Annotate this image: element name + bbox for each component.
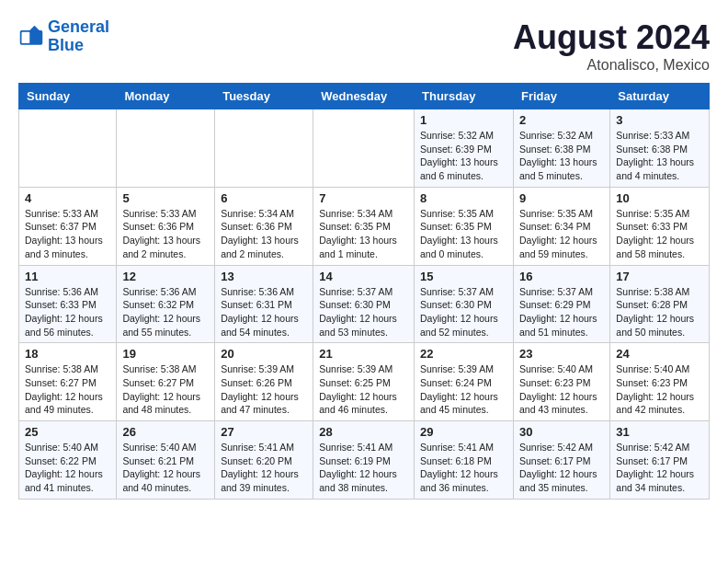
location: Atonalisco, Mexico — [513, 57, 710, 74]
calendar-cell: 26Sunrise: 5:40 AM Sunset: 6:21 PM Dayli… — [117, 421, 215, 500]
calendar-cell: 21Sunrise: 5:39 AM Sunset: 6:25 PM Dayli… — [313, 343, 415, 421]
day-info: Sunrise: 5:39 AM Sunset: 6:26 PM Dayligh… — [221, 362, 307, 417]
calendar-cell: 3Sunrise: 5:33 AM Sunset: 6:38 PM Daylig… — [610, 109, 710, 188]
day-number: 11 — [25, 270, 110, 283]
day-info: Sunrise: 5:35 AM Sunset: 6:35 PM Dayligh… — [420, 207, 507, 261]
day-info: Sunrise: 5:38 AM Sunset: 6:27 PM Dayligh… — [25, 362, 110, 417]
day-number: 31 — [616, 425, 703, 439]
day-number: 2 — [519, 113, 604, 127]
day-number: 16 — [519, 270, 604, 283]
calendar-cell: 27Sunrise: 5:41 AM Sunset: 6:20 PM Dayli… — [215, 421, 313, 500]
day-info: Sunrise: 5:36 AM Sunset: 6:32 PM Dayligh… — [122, 285, 209, 339]
calendar-cell: 16Sunrise: 5:37 AM Sunset: 6:29 PM Dayli… — [513, 265, 609, 343]
day-number: 15 — [420, 270, 507, 283]
calendar-cell — [215, 109, 313, 188]
logo: General Blue — [18, 18, 109, 55]
logo-line1: General — [48, 17, 109, 36]
page-header: General Blue August 2024 Atonalisco, Mex… — [18, 18, 710, 74]
day-info: Sunrise: 5:33 AM Sunset: 6:38 PM Dayligh… — [616, 129, 703, 183]
calendar-cell: 31Sunrise: 5:42 AM Sunset: 6:17 PM Dayli… — [610, 421, 710, 500]
calendar-cell: 13Sunrise: 5:36 AM Sunset: 6:31 PM Dayli… — [215, 265, 313, 343]
day-info: Sunrise: 5:32 AM Sunset: 6:39 PM Dayligh… — [420, 129, 507, 183]
day-header-thursday: Thursday — [415, 84, 514, 109]
calendar-cell: 4Sunrise: 5:33 AM Sunset: 6:37 PM Daylig… — [19, 187, 117, 265]
day-info: Sunrise: 5:37 AM Sunset: 6:30 PM Dayligh… — [420, 285, 507, 339]
calendar-cell: 5Sunrise: 5:33 AM Sunset: 6:36 PM Daylig… — [117, 187, 215, 265]
day-info: Sunrise: 5:33 AM Sunset: 6:36 PM Dayligh… — [122, 207, 209, 261]
day-info: Sunrise: 5:36 AM Sunset: 6:33 PM Dayligh… — [25, 285, 110, 339]
day-info: Sunrise: 5:42 AM Sunset: 6:17 PM Dayligh… — [616, 441, 703, 495]
day-number: 25 — [25, 425, 110, 439]
week-row-1: 1Sunrise: 5:32 AM Sunset: 6:39 PM Daylig… — [19, 109, 710, 188]
day-info: Sunrise: 5:41 AM Sunset: 6:18 PM Dayligh… — [420, 441, 507, 495]
day-info: Sunrise: 5:41 AM Sunset: 6:20 PM Dayligh… — [221, 441, 307, 495]
day-number: 3 — [616, 113, 703, 127]
day-number: 4 — [25, 191, 110, 205]
day-info: Sunrise: 5:40 AM Sunset: 6:21 PM Dayligh… — [122, 441, 209, 495]
day-info: Sunrise: 5:40 AM Sunset: 6:23 PM Dayligh… — [616, 362, 703, 417]
day-info: Sunrise: 5:32 AM Sunset: 6:38 PM Dayligh… — [519, 129, 604, 183]
calendar-cell — [313, 109, 415, 188]
day-info: Sunrise: 5:34 AM Sunset: 6:36 PM Dayligh… — [221, 207, 307, 261]
calendar-cell: 7Sunrise: 5:34 AM Sunset: 6:35 PM Daylig… — [313, 187, 415, 265]
calendar-cell: 19Sunrise: 5:38 AM Sunset: 6:27 PM Dayli… — [117, 343, 215, 421]
day-info: Sunrise: 5:38 AM Sunset: 6:28 PM Dayligh… — [616, 285, 703, 339]
calendar-cell: 6Sunrise: 5:34 AM Sunset: 6:36 PM Daylig… — [215, 187, 313, 265]
calendar-cell — [117, 109, 215, 188]
logo-text: General Blue — [48, 18, 109, 55]
day-number: 27 — [221, 425, 307, 439]
calendar-cell: 18Sunrise: 5:38 AM Sunset: 6:27 PM Dayli… — [19, 343, 117, 421]
svg-rect-2 — [22, 32, 30, 43]
month-year: August 2024 — [513, 18, 710, 57]
calendar-cell — [19, 109, 117, 188]
calendar-cell: 8Sunrise: 5:35 AM Sunset: 6:35 PM Daylig… — [415, 187, 514, 265]
day-info: Sunrise: 5:36 AM Sunset: 6:31 PM Dayligh… — [221, 285, 307, 339]
day-number: 28 — [319, 425, 408, 439]
week-row-4: 18Sunrise: 5:38 AM Sunset: 6:27 PM Dayli… — [19, 343, 710, 421]
week-row-5: 25Sunrise: 5:40 AM Sunset: 6:22 PM Dayli… — [19, 421, 710, 500]
day-info: Sunrise: 5:41 AM Sunset: 6:19 PM Dayligh… — [319, 441, 408, 495]
day-info: Sunrise: 5:40 AM Sunset: 6:22 PM Dayligh… — [25, 441, 110, 495]
day-number: 1 — [420, 113, 507, 127]
day-number: 29 — [420, 425, 507, 439]
week-row-2: 4Sunrise: 5:33 AM Sunset: 6:37 PM Daylig… — [19, 187, 710, 265]
day-number: 18 — [25, 347, 110, 361]
day-info: Sunrise: 5:33 AM Sunset: 6:37 PM Dayligh… — [25, 207, 110, 261]
day-number: 22 — [420, 347, 507, 361]
calendar-cell: 1Sunrise: 5:32 AM Sunset: 6:39 PM Daylig… — [415, 109, 514, 188]
day-number: 17 — [616, 270, 703, 283]
day-header-tuesday: Tuesday — [215, 84, 313, 109]
day-info: Sunrise: 5:40 AM Sunset: 6:23 PM Dayligh… — [519, 362, 604, 417]
day-number: 14 — [319, 270, 408, 283]
day-number: 26 — [122, 425, 209, 439]
calendar-cell: 9Sunrise: 5:35 AM Sunset: 6:34 PM Daylig… — [513, 187, 609, 265]
calendar-cell: 23Sunrise: 5:40 AM Sunset: 6:23 PM Dayli… — [513, 343, 609, 421]
calendar-cell: 22Sunrise: 5:39 AM Sunset: 6:24 PM Dayli… — [415, 343, 514, 421]
day-info: Sunrise: 5:42 AM Sunset: 6:17 PM Dayligh… — [519, 441, 604, 495]
day-number: 19 — [122, 347, 209, 361]
calendar-cell: 15Sunrise: 5:37 AM Sunset: 6:30 PM Dayli… — [415, 265, 514, 343]
day-info: Sunrise: 5:37 AM Sunset: 6:30 PM Dayligh… — [319, 285, 408, 339]
calendar-cell: 14Sunrise: 5:37 AM Sunset: 6:30 PM Dayli… — [313, 265, 415, 343]
calendar-cell: 29Sunrise: 5:41 AM Sunset: 6:18 PM Dayli… — [415, 421, 514, 500]
day-info: Sunrise: 5:35 AM Sunset: 6:33 PM Dayligh… — [616, 207, 703, 261]
day-info: Sunrise: 5:37 AM Sunset: 6:29 PM Dayligh… — [519, 285, 604, 339]
day-header-friday: Friday — [513, 84, 609, 109]
day-info: Sunrise: 5:39 AM Sunset: 6:25 PM Dayligh… — [319, 362, 408, 417]
logo-line2: Blue — [48, 36, 84, 54]
calendar-cell: 20Sunrise: 5:39 AM Sunset: 6:26 PM Dayli… — [215, 343, 313, 421]
day-number: 13 — [221, 270, 307, 283]
day-number: 21 — [319, 347, 408, 361]
day-number: 5 — [122, 191, 209, 205]
day-number: 9 — [519, 191, 604, 205]
day-number: 24 — [616, 347, 703, 361]
title-section: August 2024 Atonalisco, Mexico — [513, 18, 710, 74]
calendar-cell: 17Sunrise: 5:38 AM Sunset: 6:28 PM Dayli… — [610, 265, 710, 343]
day-header-sunday: Sunday — [19, 84, 117, 109]
calendar-cell: 28Sunrise: 5:41 AM Sunset: 6:19 PM Dayli… — [313, 421, 415, 500]
calendar-table: SundayMondayTuesdayWednesdayThursdayFrid… — [18, 83, 710, 500]
calendar-cell: 25Sunrise: 5:40 AM Sunset: 6:22 PM Dayli… — [19, 421, 117, 500]
calendar-cell: 10Sunrise: 5:35 AM Sunset: 6:33 PM Dayli… — [610, 187, 710, 265]
calendar-cell: 2Sunrise: 5:32 AM Sunset: 6:38 PM Daylig… — [513, 109, 609, 188]
day-header-saturday: Saturday — [610, 84, 710, 109]
